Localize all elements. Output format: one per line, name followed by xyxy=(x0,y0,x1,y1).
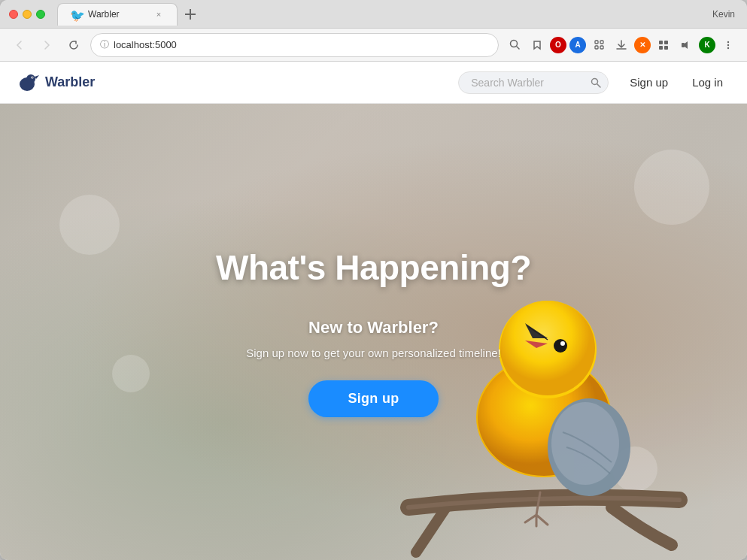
nav-icons-right: O A ✕ K xyxy=(505,35,738,55)
adblock-icon[interactable]: A xyxy=(569,37,586,53)
traffic-lights xyxy=(9,10,45,19)
hero-subtitle: New to Warbler? xyxy=(216,318,531,338)
svg-rect-12 xyxy=(682,43,685,47)
title-bar-user: Kevin xyxy=(712,9,735,20)
svg-rect-4 xyxy=(595,41,598,44)
svg-point-17 xyxy=(26,74,35,83)
nav-bar: ⓘ localhost:5000 O A ✕ xyxy=(0,29,747,62)
svg-point-14 xyxy=(727,44,729,45)
maximize-button[interactable] xyxy=(36,10,45,19)
svg-point-19 xyxy=(32,77,33,77)
app-logo-icon xyxy=(15,71,39,95)
forward-button[interactable] xyxy=(36,35,57,56)
tab-close-icon[interactable]: × xyxy=(153,8,165,20)
nav-login-button[interactable]: Log in xyxy=(683,71,732,93)
search-container xyxy=(458,71,609,94)
app-logo[interactable]: Warbler xyxy=(15,71,95,95)
address-security-icon: ⓘ xyxy=(100,38,109,51)
svg-rect-10 xyxy=(659,46,663,50)
profile-icon[interactable]: K xyxy=(699,37,715,53)
x-icon[interactable]: ✕ xyxy=(634,37,651,53)
svg-rect-1 xyxy=(185,14,196,15)
address-text: localhost:5000 xyxy=(114,39,489,50)
download-icon[interactable] xyxy=(612,35,631,55)
hero-title: What's Happening? xyxy=(216,247,531,288)
svg-point-13 xyxy=(727,41,729,42)
svg-rect-5 xyxy=(600,41,603,44)
svg-point-26 xyxy=(554,339,567,353)
hero-section: What's Happening? New to Warbler? Sign u… xyxy=(0,104,747,560)
refresh-button[interactable] xyxy=(63,35,84,56)
minimize-button[interactable] xyxy=(23,10,32,19)
hero-description: Sign up now to get your own personalized… xyxy=(216,347,531,359)
tab-title: Warbler xyxy=(88,9,147,20)
extensions-icon[interactable] xyxy=(589,35,609,55)
hero-signup-button[interactable]: Sign up xyxy=(308,380,438,417)
svg-point-27 xyxy=(560,341,565,346)
search-icon xyxy=(591,77,601,88)
search-button[interactable] xyxy=(591,77,601,88)
title-bar: 🐦 Warbler × Kevin xyxy=(0,0,747,29)
svg-rect-11 xyxy=(664,46,668,50)
svg-rect-8 xyxy=(659,41,663,44)
bokeh-2 xyxy=(112,355,150,392)
grid-icon[interactable] xyxy=(654,35,673,55)
tab-favicon: 🐦 xyxy=(70,8,82,20)
svg-point-2 xyxy=(510,41,517,47)
app-logo-text: Warbler xyxy=(45,74,95,90)
search-nav-icon[interactable] xyxy=(505,35,524,55)
address-bar[interactable]: ⓘ localhost:5000 xyxy=(90,33,499,57)
bookmark-nav-icon[interactable] xyxy=(527,35,547,55)
svg-rect-6 xyxy=(595,46,598,49)
back-button[interactable] xyxy=(9,35,30,56)
svg-point-15 xyxy=(727,47,729,48)
hero-content: What's Happening? New to Warbler? Sign u… xyxy=(216,247,531,417)
app-content: Warbler Sign up Log in xyxy=(0,62,747,560)
svg-rect-7 xyxy=(600,46,603,49)
auth-buttons: Sign up Log in xyxy=(621,71,732,93)
svg-line-21 xyxy=(597,83,601,87)
more-icon[interactable] xyxy=(718,35,738,55)
search-input[interactable] xyxy=(458,71,609,94)
close-button[interactable] xyxy=(9,10,18,19)
svg-line-3 xyxy=(516,47,519,50)
browser-frame: 🐦 Warbler × Kevin ⓘ localhost:5000 xyxy=(0,0,747,560)
browser-tab[interactable]: 🐦 Warbler × xyxy=(57,3,178,26)
tab-area: 🐦 Warbler × xyxy=(57,3,738,26)
svg-rect-9 xyxy=(664,41,668,44)
audio-icon[interactable] xyxy=(676,35,696,55)
opera-icon[interactable]: O xyxy=(550,37,566,53)
app-navbar: Warbler Sign up Log in xyxy=(0,62,747,104)
new-tab-button[interactable] xyxy=(181,5,200,24)
nav-signup-button[interactable]: Sign up xyxy=(621,71,677,93)
